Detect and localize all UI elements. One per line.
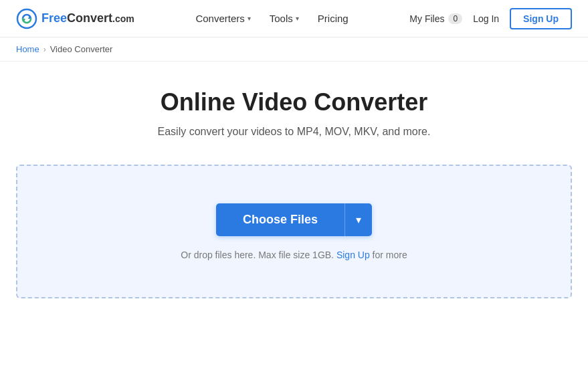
header-right: My Files 0 Log In Sign Up: [409, 8, 572, 29]
logo[interactable]: FreeConvert.com: [16, 8, 134, 29]
logo-text: FreeConvert.com: [41, 11, 134, 25]
files-count-badge: 0: [448, 13, 462, 24]
breadcrumb-home[interactable]: Home: [16, 44, 39, 54]
logo-icon: [16, 8, 37, 29]
choose-files-button[interactable]: Choose Files: [216, 203, 345, 236]
tools-chevron-icon: ▾: [296, 15, 299, 22]
main-nav: Converters ▾ Tools ▾ Pricing: [195, 13, 348, 24]
breadcrumb-separator: ›: [43, 45, 46, 54]
my-files[interactable]: My Files 0: [409, 13, 462, 24]
page-subtitle: Easily convert your videos to MP4, MOV, …: [158, 126, 431, 138]
header: FreeConvert.com Converters ▾ Tools ▾ Pri…: [0, 0, 588, 37]
signup-button[interactable]: Sign Up: [510, 8, 572, 29]
nav-tools[interactable]: Tools ▾: [270, 13, 299, 24]
breadcrumb: Home › Video Converter: [0, 37, 588, 62]
choose-files-dropdown-button[interactable]: ▾: [345, 203, 372, 236]
nav-converters[interactable]: Converters ▾: [195, 13, 250, 24]
main-content: Online Video Converter Easily convert yo…: [0, 62, 588, 298]
nav-pricing[interactable]: Pricing: [318, 13, 349, 24]
converters-chevron-icon: ▾: [248, 15, 251, 22]
choose-files-container: Choose Files ▾: [216, 203, 372, 236]
drop-hint-signup-link[interactable]: Sign Up: [336, 250, 370, 260]
login-button[interactable]: Log In: [473, 13, 499, 24]
choose-files-chevron-icon: ▾: [356, 213, 361, 226]
page-title: Online Video Converter: [161, 88, 427, 116]
breadcrumb-current: Video Converter: [50, 44, 113, 54]
drop-hint: Or drop files here. Max file size 1GB. S…: [181, 250, 407, 260]
svg-point-0: [17, 9, 36, 28]
drop-zone[interactable]: Choose Files ▾ Or drop files here. Max f…: [16, 165, 572, 298]
